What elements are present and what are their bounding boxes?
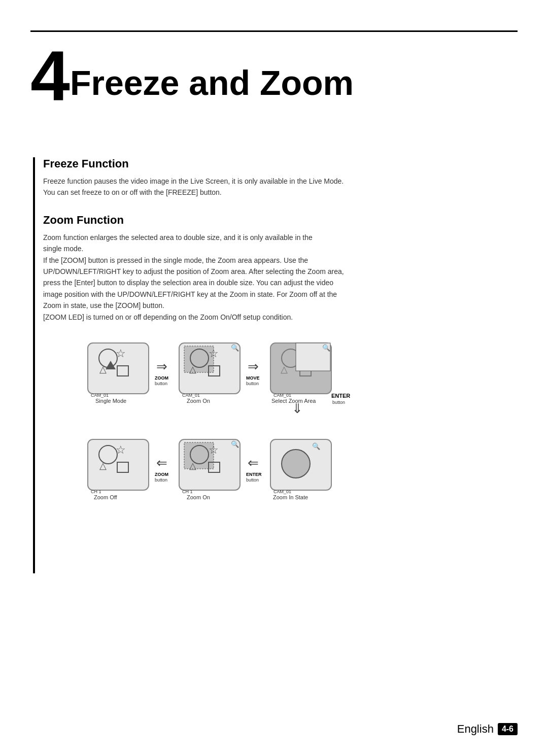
svg-text:⇐: ⇐ [248,455,259,470]
chapter-title: Freeze and Zoom [70,63,354,102]
svg-text:Zoom On: Zoom On [187,494,210,500]
svg-text:△: △ [189,461,196,471]
chapter-header: 4Freeze and Zoom [30,41,518,107]
svg-text:△: △ [189,364,196,374]
svg-text:button: button [246,381,259,386]
svg-text:☆: ☆ [116,443,126,456]
chapter-number: 4 [30,41,70,112]
svg-text:ZOOM: ZOOM [155,472,168,477]
svg-text:MOVE: MOVE [246,375,260,381]
svg-text:button: button [155,477,167,483]
svg-text:☆: ☆ [209,347,219,360]
svg-text:button: button [246,477,259,483]
top-border [30,30,518,32]
svg-text:Zoom On: Zoom On [187,398,210,404]
svg-text:ZOOM: ZOOM [155,375,168,381]
svg-text:🔍: 🔍 [231,343,239,352]
svg-point-36 [282,450,310,478]
footer-language: English [457,723,494,736]
svg-text:△: △ [99,461,107,471]
svg-text:Zoom Off: Zoom Off [94,494,118,500]
svg-text:⇒: ⇒ [156,359,167,374]
svg-text:🔍: 🔍 [231,440,239,449]
zoom-title: Zoom Function [33,214,518,227]
diagram-svg: △ ☆ CAM_01 Single Mode ⇒ ZOOM button ☆ △… [78,338,473,531]
svg-text:⇒: ⇒ [248,359,259,374]
svg-text:⇐: ⇐ [156,455,167,470]
svg-text:⇓: ⇓ [292,401,303,416]
svg-text:button: button [155,381,167,386]
svg-text:🔍: 🔍 [322,343,331,352]
svg-text:Zoom In State: Zoom In State [273,494,308,500]
svg-text:CH 1: CH 1 [91,489,101,494]
svg-text:Single Mode: Single Mode [95,398,126,404]
svg-text:CAM_01: CAM_01 [273,393,291,398]
svg-text:CAM_01: CAM_01 [273,489,291,494]
svg-text:△: △ [281,364,288,374]
footer-area: English 4-6 [457,723,518,736]
svg-text:☆: ☆ [209,443,219,456]
zoom-section: Zoom Function Zoom function enlarges the… [33,214,518,323]
svg-text:☆: ☆ [116,347,126,360]
freeze-text: Freeze function pauses the video image i… [33,176,518,198]
svg-text:ENTER: ENTER [246,472,262,477]
svg-text:CAM_01: CAM_01 [91,393,109,398]
svg-text:🔍: 🔍 [312,442,321,451]
zoom-text: Zoom function enlarges the selected area… [33,232,518,323]
footer-page-ref: 4-6 [498,723,518,735]
svg-text:CAM_01: CAM_01 [182,393,200,398]
svg-text:ENTER: ENTER [331,393,350,399]
freeze-title: Freeze Function [33,157,518,170]
content-area: Freeze Function Freeze function pauses t… [33,157,518,533]
svg-text:button: button [332,400,345,405]
freeze-section: Freeze Function Freeze function pauses t… [33,157,518,198]
svg-text:△: △ [99,364,107,374]
zoom-diagram: △ ☆ CAM_01 Single Mode ⇒ ZOOM button ☆ △… [78,338,473,533]
svg-text:CH 1: CH 1 [182,489,193,494]
